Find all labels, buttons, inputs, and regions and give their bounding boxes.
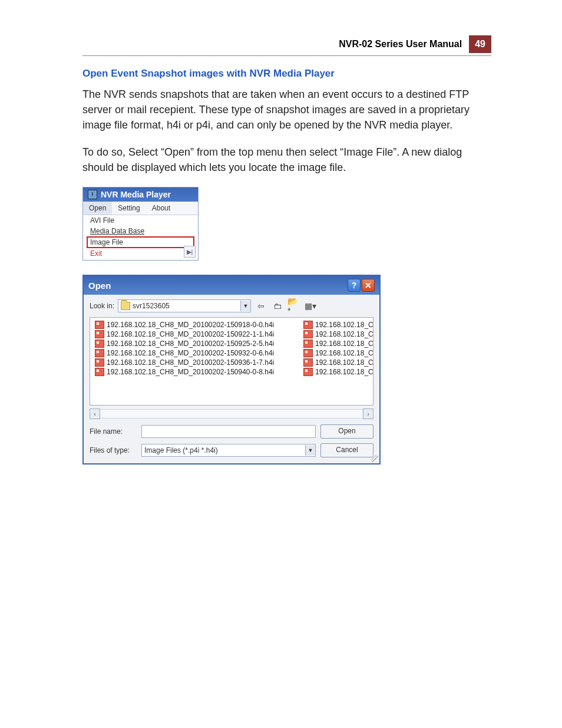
file-item[interactable]: 192.168.102.18_CH8_MD_20100202-150940-0-… — [95, 367, 294, 377]
file-item[interactable]: 192.168.102.18_CH8_MD_20100202-150936-1-… — [95, 358, 294, 367]
file-item[interactable]: 192.168.102.18_C — [303, 348, 373, 358]
view-menu-icon[interactable]: ▦▾ — [304, 300, 317, 312]
open-dialog-bottom: File name: Open Files of type: Image Fil… — [84, 419, 379, 463]
header-title: NVR-02 Series User Manual — [339, 39, 462, 50]
close-icon[interactable]: ✕ — [362, 279, 375, 292]
open-dialog-titlebar: Open ? ✕ — [84, 276, 379, 295]
help-icon[interactable]: ? — [348, 279, 361, 292]
open-menu-dropdown: AVI File Media Data Base Image File Exit… — [83, 215, 198, 260]
file-icon — [95, 358, 104, 367]
file-type-label: Files of type: — [90, 446, 137, 454]
menu-item-media-database[interactable]: Media Data Base — [83, 226, 198, 236]
file-type-value: Image Files (*.p4i *.h4i) — [144, 446, 218, 454]
nvr-window-title: NVR Media Player — [101, 190, 171, 199]
menu-about[interactable]: About — [146, 202, 176, 215]
cancel-button[interactable]: Cancel — [320, 443, 373, 457]
file-icon — [303, 340, 313, 348]
paragraph-1: The NVR sends snapshots that are taken w… — [82, 87, 491, 133]
nvr-app-icon: I — [88, 190, 97, 199]
scroll-track[interactable] — [100, 409, 363, 419]
file-icon — [303, 321, 313, 329]
horizontal-scrollbar[interactable]: ‹ › — [90, 409, 373, 419]
scroll-left-icon[interactable]: ‹ — [90, 409, 100, 419]
file-item[interactable]: 192.168.102.18_C — [303, 367, 373, 377]
file-item[interactable]: 192.168.102.18_CH8_MD_20100202-150932-0-… — [95, 348, 294, 358]
file-icon — [303, 349, 313, 357]
next-arrow-icon[interactable]: ▶| — [184, 246, 196, 258]
new-folder-icon[interactable]: 📂* — [287, 300, 300, 312]
menu-item-image-file[interactable]: Image File — [87, 236, 194, 248]
folder-icon — [121, 302, 130, 310]
file-icon — [95, 330, 104, 338]
chevron-down-icon[interactable]: ▼ — [305, 445, 315, 456]
file-icon — [303, 368, 313, 376]
file-icon — [95, 368, 104, 376]
open-dialog-title: Open — [88, 281, 111, 291]
section-heading: Open Event Snapshot images with NVR Medi… — [82, 68, 491, 80]
file-icon — [303, 358, 313, 367]
page-header: NVR-02 Series User Manual 49 — [82, 35, 491, 56]
file-name-input[interactable] — [141, 425, 316, 438]
file-item[interactable]: 192.168.102.18_CH8_MD_20100202-150922-1-… — [95, 330, 294, 339]
file-item[interactable]: 192.168.102.18_CH8_MD_20100202-150918-0-… — [95, 320, 294, 330]
file-icon — [303, 330, 313, 338]
file-list-col-2: 192.168.102.18_C 192.168.102.18_C 192.16… — [299, 318, 373, 405]
file-name-label: File name: — [90, 427, 137, 436]
scroll-right-icon[interactable]: › — [363, 409, 373, 419]
page-number: 49 — [469, 35, 491, 53]
file-item[interactable]: 192.168.102.18_C — [303, 358, 373, 367]
nvr-window-titlebar: I NVR Media Player — [83, 187, 198, 202]
file-type-combo[interactable]: Image Files (*.p4i *.h4i) ▼ — [141, 444, 316, 457]
file-icon — [95, 340, 104, 348]
menu-item-avi-file[interactable]: AVI File — [83, 215, 198, 226]
file-list-area[interactable]: 192.168.102.18_CH8_MD_20100202-150918-0-… — [90, 317, 373, 406]
chevron-down-icon[interactable]: ▼ — [240, 301, 250, 311]
menu-open[interactable]: Open — [83, 202, 112, 215]
nvr-media-player-window: I NVR Media Player Open Setting About AV… — [82, 187, 199, 261]
file-item[interactable]: 192.168.102.18_C — [303, 339, 373, 348]
file-item[interactable]: 192.168.102.18_CH8_MD_20100202-150925-2-… — [95, 339, 294, 348]
look-in-value: svr1523605 — [133, 302, 170, 310]
open-button[interactable]: Open — [320, 424, 373, 439]
up-one-level-icon[interactable]: 🗀 — [271, 300, 284, 312]
file-item[interactable]: 192.168.102.18_C — [303, 330, 373, 339]
open-dialog-window: Open ? ✕ Look in: svr1523605 ▼ ⇦ 🗀 📂* ▦▾… — [82, 275, 381, 465]
file-icon — [95, 321, 104, 329]
file-item[interactable]: 192.168.102.18_C — [303, 320, 373, 330]
file-icon — [95, 349, 104, 357]
menu-item-exit[interactable]: Exit — [83, 248, 198, 259]
look-in-combo[interactable]: svr1523605 ▼ — [118, 299, 251, 312]
resize-grip-icon[interactable] — [371, 455, 378, 462]
nvr-menubar: Open Setting About — [83, 202, 198, 215]
open-dialog-toolbar: Look in: svr1523605 ▼ ⇦ 🗀 📂* ▦▾ — [84, 295, 379, 317]
paragraph-2: To do so, Select “Open” from the top men… — [82, 144, 491, 175]
back-icon[interactable]: ⇦ — [254, 300, 267, 312]
menu-setting[interactable]: Setting — [112, 202, 146, 215]
file-list-col-1: 192.168.102.18_CH8_MD_20100202-150918-0-… — [90, 318, 299, 405]
look-in-label: Look in: — [90, 302, 114, 310]
